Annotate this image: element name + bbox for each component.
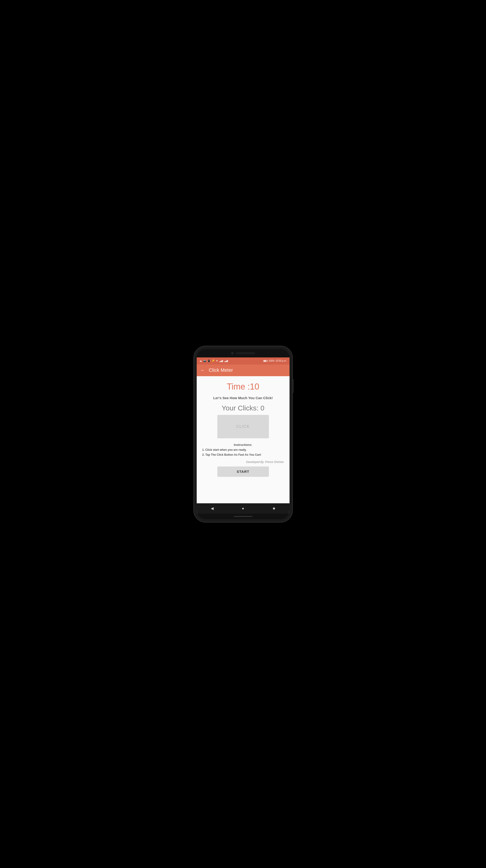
phone-device: ⛰ 📷 📳 🔑 ▼ [194, 346, 292, 522]
signal-bars-2 [224, 360, 228, 362]
clicks-display: Your Clicks: 0 [222, 404, 264, 412]
app-title: Click Meter [209, 368, 233, 373]
instruction-1: 1. Click start when you are ready. [202, 447, 284, 453]
battery-icon [263, 360, 268, 362]
start-button[interactable]: START [217, 466, 269, 477]
screenshot-icon: 📷 [203, 360, 206, 362]
app-bar: ← Click Meter [197, 365, 290, 376]
developer-credit: Developed By: Prince Ghimire [200, 460, 286, 464]
nav-bar: ◀ ● ■ [197, 503, 290, 514]
wifi-icon: ▼ [216, 360, 218, 362]
recents-nav-button[interactable]: ■ [269, 504, 279, 513]
signal-bars [220, 360, 223, 362]
timer-display: Time :10 [227, 382, 259, 392]
battery-fill [264, 361, 266, 362]
subtitle: Ler's See How Much You Can Click! [213, 396, 273, 400]
bottom-indicator [234, 516, 253, 517]
status-right: 100% 10:50 p.m. [263, 360, 287, 362]
screen: ⛰ 📷 📳 🔑 ▼ [197, 358, 290, 514]
key-icon: 🔑 [212, 360, 215, 362]
back-button[interactable]: ← [200, 368, 205, 373]
status-icons-left: ⛰ 📷 📳 🔑 ▼ [199, 360, 228, 362]
battery-percent: 100% [269, 360, 275, 362]
phone-inner: ⛰ 📷 📳 🔑 ▼ [197, 349, 290, 519]
main-content: Time :10 Ler's See How Much You Can Clic… [197, 376, 290, 503]
mountain-icon: ⛰ [199, 360, 202, 362]
back-nav-button[interactable]: ◀ [207, 504, 217, 513]
vibrate-icon: 📳 [207, 360, 210, 362]
home-nav-button[interactable]: ● [238, 504, 248, 513]
battery-body [263, 360, 267, 362]
status-bar: ⛰ 📷 📳 🔑 ▼ [197, 358, 290, 365]
camera-dot [231, 352, 233, 354]
phone-top-bar [197, 349, 290, 358]
instruction-2: 2. Tap The Click Button As Fast As You C… [202, 453, 284, 458]
instructions-title: Instructions: [202, 443, 284, 446]
battery-tip [267, 361, 268, 362]
click-button[interactable]: CLICK [217, 415, 269, 438]
speaker-grille [236, 352, 255, 354]
phone-bottom-bar [197, 514, 290, 519]
clock-time: 10:50 p.m. [276, 360, 287, 362]
instructions-section: Instructions: 1. Click start when you ar… [200, 443, 286, 458]
